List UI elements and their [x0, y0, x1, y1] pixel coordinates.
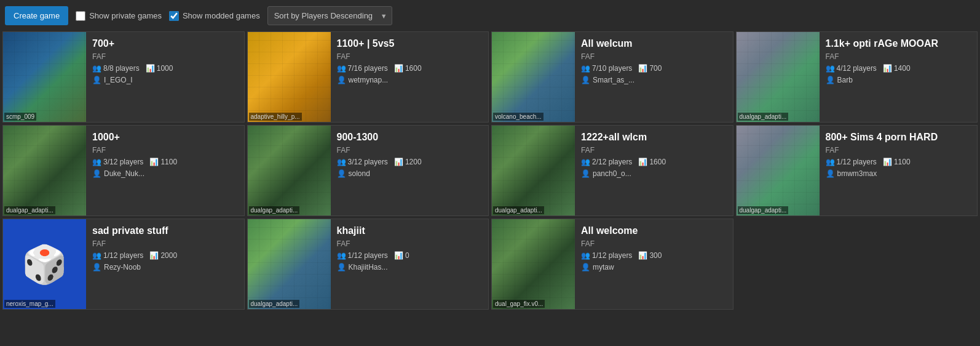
game-host: 👤I_EGO_I [92, 76, 238, 84]
game-card[interactable]: dualgap_adapti...1222+all wlcmFAF👥2/12 p… [491, 125, 733, 216]
game-host: 👤Duke_Nuk... [92, 169, 238, 178]
sort-select[interactable]: Sort by Players DescendingSort by Player… [267, 6, 392, 25]
game-stats: 👥1/12 players📊1100 [826, 158, 971, 166]
map-label: dualgap_adapti... [249, 300, 300, 308]
game-players: 👥2/12 players [581, 158, 632, 166]
game-card[interactable]: scmp_009700+FAF👥8/8 players📊1000👤I_EGO_I [2, 31, 245, 123]
game-info: All welcomeFAF👥1/12 players📊300👤mytaw [575, 219, 733, 309]
show-modded-label[interactable]: Show modded games [169, 11, 260, 21]
game-rating: 📊1600 [394, 64, 422, 73]
map-label: volcano_beach... [493, 113, 543, 121]
show-modded-checkbox[interactable] [169, 11, 179, 21]
game-players: 👥8/8 players [92, 64, 140, 73]
game-card[interactable]: 🎲neroxis_map_g...sad private stuffFAF👥1/… [2, 219, 245, 310]
game-mod: FAF [337, 146, 483, 155]
game-players: 👥3/12 players [92, 158, 143, 166]
game-card[interactable]: dual_gap_fix.v0...All welcomeFAF👥1/12 pl… [491, 219, 733, 310]
game-players: 👥7/10 players [581, 64, 632, 73]
game-rating: 📊1400 [883, 64, 911, 73]
game-stats: 👥4/12 players📊1400 [826, 64, 971, 73]
game-info: khajiitFAF👥1/12 players📊0👤KhajiitHas... [331, 219, 489, 309]
game-card[interactable]: volcano_beach...All welcumFAF👥7/10 playe… [491, 31, 733, 123]
game-mod: FAF [92, 146, 238, 155]
sort-wrapper: Sort by Players DescendingSort by Player… [267, 6, 392, 25]
game-rating: 📊2000 [149, 251, 177, 260]
game-title: 1222+all wlcm [581, 132, 727, 143]
game-info: 700+FAF👥8/8 players📊1000👤I_EGO_I [86, 32, 244, 122]
create-game-button[interactable]: Create game [5, 6, 68, 25]
game-players: 👥1/12 players [92, 251, 143, 260]
host-icon: 👤 [92, 76, 101, 84]
game-mod: FAF [337, 52, 483, 61]
game-stats: 👥2/12 players📊1600 [581, 158, 727, 166]
game-host: 👤solond [337, 169, 483, 178]
game-players: 👥7/16 players [337, 64, 388, 73]
game-rating: 📊1100 [883, 158, 911, 166]
game-info: sad private stuffFAF👥1/12 players📊2000👤R… [86, 219, 244, 309]
map-label: scmp_009 [4, 113, 36, 121]
game-stats: 👥1/12 players📊300 [581, 251, 727, 260]
show-private-label[interactable]: Show private games [76, 11, 162, 21]
game-rating: 📊1200 [394, 158, 422, 166]
host-name: Barb [837, 76, 853, 84]
game-map-thumbnail: 🎲neroxis_map_g... [3, 219, 86, 309]
game-stats: 👥8/8 players📊1000 [92, 64, 238, 73]
game-host: 👤Barb [826, 76, 971, 84]
game-rating: 📊1100 [149, 158, 177, 166]
game-rating: 📊1000 [146, 64, 173, 73]
game-host: 👤Smart_as_... [581, 76, 727, 84]
game-players: 👥4/12 players [826, 64, 877, 73]
game-info: 1.1k+ opti rAGe MOOARFAF👥4/12 players📊14… [820, 32, 978, 122]
game-grid: scmp_009700+FAF👥8/8 players📊1000👤I_EGO_I… [0, 31, 980, 312]
game-host: 👤bmwm3max [826, 169, 971, 178]
game-players: 👥1/12 players [337, 251, 388, 260]
game-stats: 👥1/12 players📊2000 [92, 251, 238, 260]
game-stats: 👥3/12 players📊1200 [337, 158, 483, 166]
game-stats: 👥1/12 players📊0 [337, 251, 483, 260]
game-map-thumbnail: adaptive_hilly_p... [248, 32, 331, 122]
game-rating: 📊300 [638, 251, 662, 260]
show-private-checkbox[interactable] [76, 11, 85, 21]
map-label: dualgap_adapti... [493, 206, 544, 214]
game-stats: 👥3/12 players📊1100 [92, 158, 238, 166]
host-icon: 👤 [337, 76, 346, 84]
game-host: 👤Rezy-Noob [92, 263, 238, 272]
host-icon: 👤 [826, 76, 835, 84]
game-map-thumbnail: dualgap_adapti... [492, 126, 575, 215]
game-rating: 📊0 [394, 251, 409, 260]
host-name: Smart_as_... [593, 76, 634, 84]
game-mod: FAF [826, 52, 971, 61]
host-icon: 👤 [92, 263, 101, 272]
host-name: solond [349, 169, 370, 178]
game-card[interactable]: dualgap_adapti...1000+FAF👥3/12 players📊1… [2, 125, 245, 216]
game-map-thumbnail: dualgap_adapti... [248, 126, 331, 215]
game-title: All welcome [581, 225, 727, 236]
game-card[interactable]: dualgap_adapti...1.1k+ opti rAGe MOOARFA… [736, 31, 978, 123]
game-title: 700+ [92, 38, 238, 49]
game-info: 800+ Sims 4 porn HARDFAF👥1/12 players📊11… [820, 126, 978, 215]
host-icon: 👤 [581, 169, 590, 178]
host-icon: 👤 [92, 169, 101, 178]
game-title: 1000+ [92, 132, 238, 143]
map-label: dualgap_adapti... [738, 206, 789, 214]
game-rating: 📊1600 [638, 158, 666, 166]
host-icon: 👤 [826, 169, 835, 178]
game-mod: FAF [581, 239, 727, 248]
game-card[interactable]: dualgap_adapti...khajiitFAF👥1/12 players… [247, 219, 489, 310]
host-name: I_EGO_I [104, 76, 133, 84]
host-icon: 👤 [337, 263, 346, 272]
game-card[interactable]: dualgap_adapti...900-1300FAF👥3/12 player… [247, 125, 489, 216]
host-name: Duke_Nuk... [104, 169, 144, 178]
map-label: dualgap_adapti... [249, 206, 300, 214]
host-name: Rezy-Noob [104, 263, 141, 272]
toolbar: Create game Show private games Show modd… [0, 0, 980, 31]
game-title: All welcum [581, 38, 727, 49]
game-card[interactable]: dualgap_adapti...800+ Sims 4 porn HARDFA… [736, 125, 978, 216]
map-label: adaptive_hilly_p... [249, 113, 302, 121]
map-label: dualgap_adapti... [4, 206, 55, 214]
game-info: 900-1300FAF👥3/12 players📊1200👤solond [331, 126, 489, 215]
game-host: 👤wetmynap... [337, 76, 483, 84]
game-host: 👤panch0_o... [581, 169, 727, 178]
game-title: sad private stuff [92, 225, 238, 236]
game-card[interactable]: adaptive_hilly_p...1100+ | 5vs5FAF👥7/16 … [247, 31, 489, 123]
